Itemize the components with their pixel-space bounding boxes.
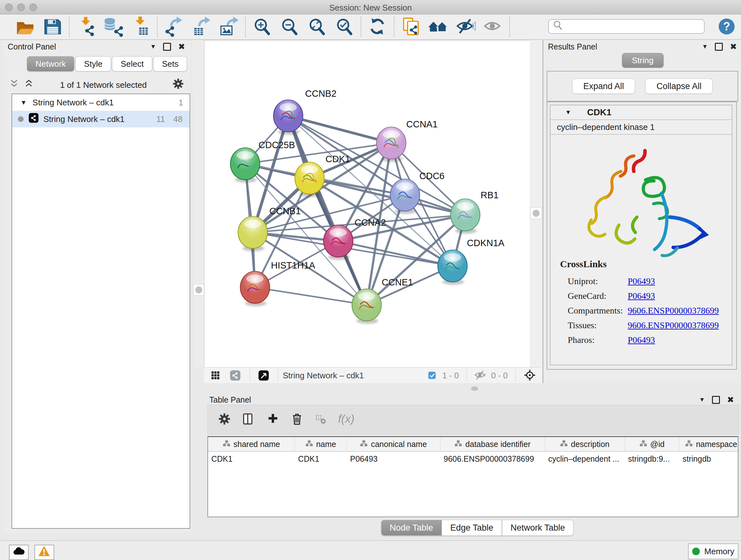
search-input[interactable] [565, 22, 704, 31]
crosslink-link[interactable]: P06493 [628, 335, 655, 345]
selected-checkbox-icon[interactable] [426, 370, 438, 381]
panel-menu-icon[interactable]: ▼ [702, 43, 708, 50]
horizontal-splitter-handle[interactable] [471, 386, 478, 391]
right-splitter-handle[interactable] [530, 207, 542, 219]
export-table-button[interactable] [191, 16, 212, 37]
panel-float-icon[interactable] [715, 43, 723, 51]
expand-all-networks-icon[interactable] [23, 78, 35, 91]
zoom-out-button[interactable] [279, 16, 300, 37]
zoom-selected-button[interactable] [334, 16, 355, 37]
tab-string[interactable]: String [622, 53, 664, 68]
column-header--id[interactable]: @id [625, 437, 679, 451]
zoom-in-button[interactable] [252, 16, 273, 37]
node-CDKN1A[interactable]: CDKN1A [438, 238, 504, 285]
table-cell[interactable]: CDK1 [295, 452, 347, 466]
column-header-database-identifier[interactable]: database identifier [441, 437, 545, 451]
gene-collapse-icon[interactable]: ▼ [565, 109, 571, 116]
panel-menu-icon[interactable]: ▼ [150, 43, 156, 50]
network-view-icon[interactable] [228, 368, 243, 382]
table-cell[interactable]: cyclin–dependent ... [545, 452, 625, 466]
help-button[interactable]: ? [719, 18, 735, 35]
table-cell[interactable]: CDK1 [208, 452, 295, 466]
show-eye-button[interactable] [482, 16, 503, 37]
network-selection-status: 1 of 1 Network selected [35, 80, 172, 90]
tab-style[interactable]: Style [75, 56, 111, 71]
delete-column-icon[interactable] [290, 412, 306, 427]
cloud-status-button[interactable] [9, 545, 29, 560]
collection-expand-icon[interactable]: ▼ [20, 99, 27, 106]
edge-CCNA2-CDKN1A[interactable] [338, 241, 453, 266]
table-row[interactable]: CDK1CDK1P064939606.ENSP00000378699cyclin… [208, 452, 738, 466]
crosslink-link[interactable]: 9606.ENSP00000378699 [628, 320, 719, 330]
column-header-name[interactable]: name [295, 437, 347, 451]
toolbar-separator [360, 17, 361, 37]
table-cell[interactable]: stringdb [679, 452, 738, 466]
search-box[interactable] [548, 19, 704, 34]
results-scroll-area[interactable]: ▼ CDK1 cyclin–dependent kinase 1 [547, 102, 737, 370]
column-header-namespace[interactable]: namespace [679, 437, 738, 451]
clone-network-button[interactable] [400, 16, 421, 37]
results-panel: Results Panel ▼ ✖ String Expand All Coll… [542, 40, 741, 383]
crosslink-link[interactable]: P06493 [628, 276, 655, 287]
panel-float-icon[interactable] [712, 396, 720, 404]
column-header-shared-name[interactable]: shared name [208, 437, 295, 451]
crosslink-link[interactable]: P06493 [628, 291, 655, 301]
grid-view-icon[interactable] [209, 368, 223, 382]
left-splitter-handle[interactable] [193, 284, 204, 296]
tab-sets[interactable]: Sets [153, 56, 187, 71]
panel-close-icon[interactable]: ✖ [727, 395, 734, 405]
node-RB1[interactable]: RB1 [451, 190, 498, 234]
collapse-all-networks-icon[interactable] [8, 78, 20, 91]
panel-menu-icon[interactable]: ▼ [699, 396, 705, 403]
network-collection-row[interactable]: ▼ String Network – cdk1 1 [12, 94, 190, 111]
expand-all-button[interactable]: Expand All [572, 78, 635, 94]
node-CCNE1[interactable]: CCNE1 [352, 277, 413, 324]
table-options-gear-icon[interactable] [217, 412, 232, 427]
fit-selected-crosshair-icon[interactable] [523, 368, 537, 383]
table-cell[interactable]: stringdb:9... [625, 452, 679, 466]
tab-edge-table[interactable]: Edge Table [442, 520, 502, 536]
hide-results-button[interactable] [455, 16, 476, 37]
zoom-fit-button[interactable] [307, 16, 327, 37]
import-table-button[interactable] [130, 16, 151, 37]
tab-node-table[interactable]: Node Table [381, 520, 442, 536]
column-header-description[interactable]: description [545, 437, 625, 451]
tab-network[interactable]: Network [27, 56, 74, 71]
network-canvas[interactable]: CCNB2 CCNA1 CDC25B CDK1 CDC6 RB1 [204, 40, 530, 368]
left-splitter[interactable] [193, 40, 204, 367]
refresh-button[interactable] [367, 16, 388, 37]
right-splitter[interactable] [530, 40, 542, 367]
hidden-eye-icon[interactable] [474, 369, 487, 382]
network-row-selected[interactable]: String Network – cdk1 11 48 [12, 111, 190, 127]
edge-HIST1H1A-CCNE1[interactable] [255, 287, 367, 305]
panel-close-icon[interactable]: ✖ [178, 42, 185, 52]
horizontal-splitter[interactable] [204, 383, 741, 393]
tab-select[interactable]: Select [112, 56, 152, 71]
import-network-button[interactable] [75, 16, 96, 37]
import-database-button[interactable] [103, 16, 124, 37]
collapse-all-button[interactable]: Collapse All [645, 78, 713, 94]
attribute-icon [685, 439, 693, 449]
open-button[interactable] [15, 16, 36, 37]
node-HIST1H1A[interactable]: HIST1H1A [240, 260, 315, 306]
column-header-canonical-name[interactable]: canonical name [347, 437, 441, 451]
panel-close-icon[interactable]: ✖ [730, 42, 737, 52]
protein-structure-image [565, 137, 715, 265]
crosslink-link[interactable]: 9606.ENSP00000378699 [628, 306, 719, 316]
network-icon [28, 112, 40, 126]
export-image-button[interactable] [218, 16, 239, 37]
export-network-button[interactable] [163, 16, 185, 37]
table-cell[interactable]: P06493 [347, 452, 441, 466]
table-cell[interactable]: 9606.ENSP00000378699 [441, 452, 545, 466]
node-CCNA1[interactable]: CCNA1 [377, 119, 437, 162]
home-button[interactable] [428, 16, 449, 37]
add-column-icon[interactable] [266, 412, 281, 427]
birds-eye-view-icon[interactable] [257, 368, 271, 382]
show-columns-icon[interactable] [242, 412, 257, 427]
save-button[interactable] [42, 16, 63, 37]
tab-network-table[interactable]: Network Table [502, 520, 574, 536]
warnings-button[interactable] [35, 545, 54, 560]
network-options-gear-icon[interactable] [172, 77, 186, 92]
memory-button[interactable]: Memory [688, 543, 738, 559]
panel-float-icon[interactable] [163, 43, 171, 51]
